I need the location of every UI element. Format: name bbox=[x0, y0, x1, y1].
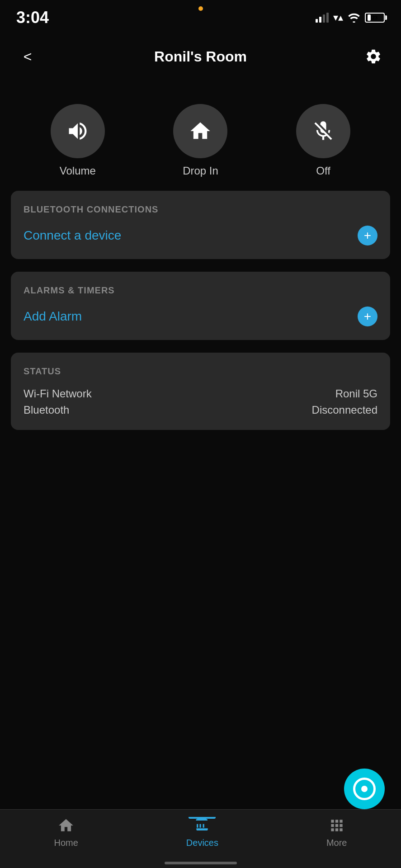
plus-icon: + bbox=[364, 309, 371, 324]
page-title: Ronil's Room bbox=[154, 48, 247, 65]
bottom-nav: Home Devices More bbox=[0, 809, 401, 868]
dropin-icon bbox=[189, 119, 212, 143]
add-alarm-label: Add Alarm bbox=[24, 309, 82, 324]
status-card: STATUS Wi-Fi Network Bluetooth Ronil 5G … bbox=[11, 353, 390, 430]
devices-icon bbox=[193, 817, 211, 834]
wifi-value: Ronil 5G bbox=[335, 387, 377, 400]
battery-level: 23 bbox=[372, 15, 377, 20]
dropin-label: Drop In bbox=[183, 165, 218, 177]
nav-more[interactable]: More bbox=[326, 817, 347, 848]
more-icon bbox=[328, 817, 345, 834]
status-section-title: STATUS bbox=[24, 366, 377, 377]
notification-dot bbox=[198, 6, 203, 11]
more-nav-label: More bbox=[326, 838, 347, 848]
alexa-dot-icon bbox=[361, 786, 368, 792]
volume-action[interactable]: Volume bbox=[51, 104, 105, 177]
home-icon bbox=[57, 817, 75, 834]
header: < Ronil's Room bbox=[0, 36, 401, 77]
alarms-section-title: ALARMS & TIMERS bbox=[24, 285, 377, 296]
wifi-icon bbox=[348, 13, 360, 23]
status-bar: 3:04 ▾▴ 23 bbox=[0, 0, 401, 32]
alexa-ring-icon bbox=[353, 778, 376, 800]
off-action[interactable]: Off bbox=[296, 104, 350, 177]
volume-circle bbox=[51, 104, 105, 158]
plus-icon: + bbox=[364, 228, 371, 243]
alarms-card: ALARMS & TIMERS Add Alarm + bbox=[11, 272, 390, 340]
bluetooth-value: Disconnected bbox=[312, 404, 377, 416]
nav-home[interactable]: Home bbox=[54, 817, 78, 848]
dropin-circle bbox=[173, 104, 227, 158]
back-button[interactable]: < bbox=[16, 45, 39, 68]
status-time: 3:04 bbox=[16, 8, 49, 27]
volume-icon bbox=[66, 119, 90, 143]
connect-device-label: Connect a device bbox=[24, 228, 121, 243]
volume-label: Volume bbox=[60, 165, 96, 177]
mic-off-icon bbox=[311, 119, 335, 143]
connect-device-add-button[interactable]: + bbox=[358, 226, 377, 245]
dropin-action[interactable]: Drop In bbox=[173, 104, 227, 177]
action-row: Volume Drop In Off bbox=[0, 86, 401, 191]
back-chevron-icon: < bbox=[24, 48, 32, 65]
status-icons: ▾▴ 23 bbox=[316, 12, 385, 24]
add-alarm-action[interactable]: Add Alarm + bbox=[24, 307, 377, 326]
home-indicator bbox=[165, 862, 237, 864]
bluetooth-label: Bluetooth bbox=[24, 404, 92, 416]
alexa-fab-button[interactable] bbox=[344, 769, 385, 809]
status-labels: Wi-Fi Network Bluetooth bbox=[24, 387, 92, 416]
off-circle bbox=[296, 104, 350, 158]
content-area: BLUETOOTH CONNECTIONS Connect a device +… bbox=[0, 191, 401, 515]
bluetooth-section-title: BLUETOOTH CONNECTIONS bbox=[24, 204, 377, 215]
off-label: Off bbox=[316, 165, 330, 177]
devices-active-bar bbox=[189, 817, 216, 819]
wifi-label: Wi-Fi Network bbox=[24, 387, 92, 400]
status-values: Ronil 5G Disconnected bbox=[312, 387, 377, 416]
devices-nav-label: Devices bbox=[186, 838, 218, 848]
settings-button[interactable] bbox=[362, 45, 385, 68]
nav-devices[interactable]: Devices bbox=[186, 817, 218, 848]
gear-icon bbox=[365, 48, 382, 65]
wifi-icon: ▾▴ bbox=[333, 12, 343, 24]
bluetooth-card: BLUETOOTH CONNECTIONS Connect a device + bbox=[11, 191, 390, 259]
signal-icon bbox=[316, 13, 329, 23]
status-row: Wi-Fi Network Bluetooth Ronil 5G Disconn… bbox=[24, 387, 377, 416]
home-nav-label: Home bbox=[54, 838, 78, 848]
add-alarm-button[interactable]: + bbox=[358, 307, 377, 326]
battery-icon: 23 bbox=[365, 13, 385, 23]
connect-device-action[interactable]: Connect a device + bbox=[24, 226, 377, 245]
